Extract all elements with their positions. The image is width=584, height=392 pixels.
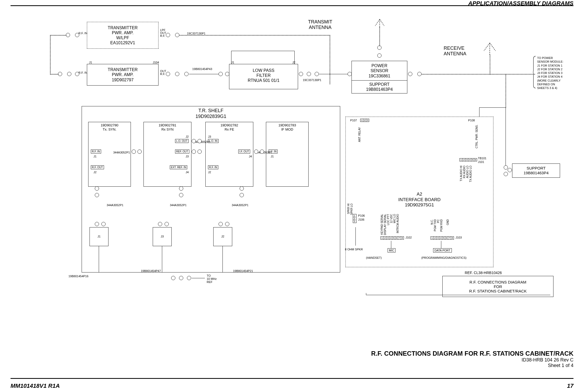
connector-icon [377,46,382,50]
connector-icon [75,72,79,76]
svg-line-1 [375,19,380,26]
connector-icon [240,186,244,191]
connector-icon [377,53,382,58]
cable-label: 19C337130P1 [303,78,321,82]
connector-icon [408,72,412,76]
connector-icon [137,150,142,154]
port-if-out: I.F. OUT [238,150,250,153]
block-conn-j2: J2 [213,227,232,246]
connector-icon [165,222,169,226]
sig-label: AUDIO LO [466,166,469,178]
wire [231,51,231,64]
connector-icon [315,72,319,76]
cable-label: 344A3052P1 [113,151,130,154]
connector-icon [254,150,258,154]
connector-icon [101,222,106,226]
label-data-port-sub: (PROGRAMMING/DIAGNOSTICS) [421,256,467,259]
sig-label: INTRCM AUDIO [396,214,399,233]
text: EA101292V1 [110,40,135,45]
label-data-port: DATA PORT [433,248,452,252]
connector-icon [67,72,71,76]
wire [294,51,295,64]
connector-icon [260,150,264,154]
wire [231,51,294,51]
text: T.R. SHELF [82,108,340,114]
antenna-icon [374,17,385,27]
text: TRANSMITTER [108,25,138,30]
sig-label: TX AUDIO HI [460,166,463,181]
label-to-10mhz: TO 10 MHz REF [207,274,217,284]
block-interface-board: A2 INTERFACE BOARD 19D902975G1 [345,117,493,267]
text: R.F. STATIONS CABINET/RACK [445,289,551,293]
bracket-icon [533,56,537,88]
block-support-2: SUPPORT 19B801463P4 [512,163,560,178]
connector-icon [66,33,70,37]
connector-icon [197,150,202,154]
cable-label: 344A3052P1 [107,204,123,207]
connector-icon [179,186,183,191]
wire [330,35,330,84]
connector-icon [179,276,183,280]
conn-label: J102 [405,236,412,239]
wire [506,74,506,108]
text: LOW PASS [253,68,274,73]
connector-j102: 12345678 [380,236,404,240]
label-rx-antenna: RECEIVEANTENNA [444,46,466,57]
label-handset: (HANDSET) [366,256,382,259]
figure-caption: R.F. CONNECTIONS DIAGRAM FOR R.F. STATIO… [371,350,573,368]
cable-label: 19C337130P1 [187,32,205,35]
text: Tx. SYN. [103,127,116,132]
conn-label: J1 [89,61,92,64]
connector-icon [132,150,136,154]
title-block: R.F. CONNECTIONS DIAGRAM FOR R.F. STATIO… [442,276,553,297]
sig-label: MIC LO [393,214,396,223]
text: SENSOR [370,68,388,73]
connector-icon [508,168,512,172]
text: SUPPORT [527,166,546,171]
conn-label: J1 [271,155,274,158]
block-conn-j1: J1 [90,227,108,246]
connector-icon [192,139,196,143]
wire [422,74,535,75]
cable-label: 344A3052P1 [170,204,187,207]
block-rx-fe: 19D902782 Rx FE [205,122,253,187]
connector-icon [187,276,191,280]
connector-icon [175,72,179,76]
connector-icon [175,33,179,37]
connector-icon [197,139,202,143]
connector-icon [240,193,244,197]
caption-title: R.F. CONNECTIONS DIAGRAM FOR R.F. STATIO… [371,350,573,357]
port-label: LPF OUT R.F. [160,29,166,37]
label-tx-antenna: TRANSMITANTENNA [308,19,332,30]
text: RTNUA 501 01/1 [248,78,280,83]
connector-icon [166,72,170,76]
schematic-diagram: TRANSMITTER PWR. AMP. W/LPF EA101292V1 R… [50,19,577,309]
wire [355,227,356,246]
text: TRANSMITTER [108,67,138,72]
sig-label: TX AUDIO LO [469,166,472,182]
connector-icon [192,150,196,154]
conn-label: J2 [186,135,189,138]
svg-line-4 [484,43,490,51]
sig-label: 12 VDC [390,214,393,223]
block-rx-syn: 19D902781 Rx SYN [143,122,191,187]
wire [50,35,66,36]
wire [180,35,330,36]
cable-label: 19B801454P43 [192,67,212,71]
text: 19D902783 [278,123,296,127]
ref-label: REF. CL38-HRB10426 [465,271,502,275]
frame-line [366,293,366,295]
text: SUPPORT [369,82,389,87]
block-conn-j3: J3 [153,227,172,246]
connector-tb101: 123456 [459,158,477,161]
cable-label: 344A3052P1 [194,140,211,143]
conn-label: J2 [292,61,295,64]
block-support-1: SUPPORT 19B801463P4 [352,80,407,93]
block-tx-pa-lpf: TRANSMITTER PWR. AMP. W/LPF EA101292V1 [87,22,159,49]
connector-icon [75,33,79,37]
block-tx-syn: 19D902780 Tx. SYN. [88,122,131,187]
text: FILTER [256,73,271,78]
connector-icon [95,193,99,197]
conn-label: J1 [93,155,97,158]
connector-icon [166,33,170,37]
